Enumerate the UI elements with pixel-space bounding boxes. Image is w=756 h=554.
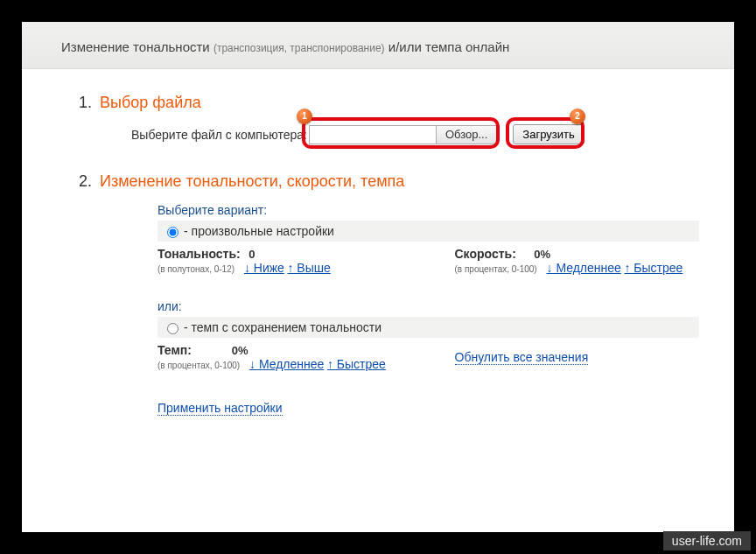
- option-tempo-row[interactable]: - темп с сохранением тональности: [158, 317, 699, 338]
- speed-label: Скорость:: [455, 247, 516, 261]
- callout-badge-2: 2: [570, 109, 585, 124]
- option-tempo-label: - темп с сохранением тональности: [184, 320, 382, 334]
- apply-link[interactable]: Применить настройки: [158, 401, 283, 416]
- radio-tempo[interactable]: [167, 323, 178, 334]
- content: 1. Выбор файла Выберите файл с компьютер…: [44, 69, 734, 432]
- option-custom-row[interactable]: - произвольные настройки: [158, 221, 699, 242]
- pitch-higher-link[interactable]: ↑ Выше: [287, 261, 330, 275]
- reset-link[interactable]: Обнулить все значения: [455, 350, 589, 365]
- section-2-heading: Изменение тональности, скорости, темпа: [100, 172, 404, 190]
- section-2-number: 2.: [79, 172, 92, 190]
- file-chooser-row: Выберите файл с компьютера: Обзор... Заг…: [131, 124, 699, 144]
- pitch-value: 0: [248, 248, 255, 261]
- section-1-number: 1.: [79, 94, 92, 111]
- section-1-heading: Выбор файла: [100, 94, 201, 111]
- radio-custom[interactable]: [167, 227, 178, 238]
- section-2-title: 2. Изменение тональности, скорости, темп…: [79, 172, 699, 191]
- file-input[interactable]: Обзор...: [309, 125, 497, 144]
- pitch-lower-link[interactable]: ↓ Ниже: [244, 261, 284, 275]
- speed-block: Скорость: 0% (в процентах, 0-100) ↓ Медл…: [455, 247, 700, 275]
- header-title-part2: и/или темпа онлайн: [388, 39, 510, 54]
- or-label: или:: [158, 299, 699, 313]
- callout-badge-1: 1: [297, 109, 312, 124]
- tempo-params-row: Темп: 0% (в процентах, 0-100) ↓ Медленне…: [158, 343, 699, 371]
- tempo-value: 0%: [232, 344, 248, 357]
- file-chooser-group: Обзор... Загрузить 1 2: [309, 124, 584, 144]
- section-1-title: 1. Выбор файла: [79, 94, 699, 112]
- header-title-paren: (транспозиция, транспонирование): [214, 42, 385, 54]
- speed-faster-link[interactable]: ↑ Быстрее: [624, 261, 682, 275]
- option-custom-label: - произвольные настройки: [184, 224, 334, 238]
- pitch-label: Тональность:: [158, 247, 241, 261]
- apply-row: Применить настройки: [158, 401, 699, 415]
- variant-label: Выберите вариант:: [158, 203, 699, 217]
- header-title-part1: Изменение тональности: [61, 39, 210, 54]
- reset-block: Обнулить все значения: [455, 350, 700, 364]
- tempo-block: Темп: 0% (в процентах, 0-100) ↓ Медленне…: [158, 343, 402, 371]
- page: Изменение тональности (транспозиция, тра…: [22, 22, 734, 532]
- file-chooser-label: Выберите файл с компьютера:: [131, 128, 307, 142]
- tempo-faster-link[interactable]: ↑ Быстрее: [327, 357, 386, 371]
- pitch-block: Тональность: 0 (в полутонах, 0-12) ↓ Ниж…: [158, 247, 402, 275]
- speed-value: 0%: [534, 248, 550, 261]
- pitch-note: (в полутонах, 0-12): [158, 264, 234, 274]
- settings-block: Выберите вариант: - произвольные настрой…: [158, 203, 699, 371]
- speed-note: (в процентах, 0-100): [455, 264, 537, 274]
- speed-slower-link[interactable]: ↓ Медленнее: [547, 261, 621, 275]
- upload-button[interactable]: Загрузить: [513, 124, 584, 144]
- page-header: Изменение тональности (транспозиция, тра…: [22, 22, 734, 69]
- tempo-slower-link[interactable]: ↓ Медленнее: [249, 357, 324, 371]
- tempo-note: (в процентах, 0-100): [158, 361, 240, 370]
- watermark: user-life.com: [663, 531, 751, 550]
- custom-params-row: Тональность: 0 (в полутонах, 0-12) ↓ Ниж…: [158, 247, 699, 275]
- browse-button[interactable]: Обзор...: [436, 126, 496, 144]
- tempo-label: Темп:: [158, 343, 192, 357]
- file-path-field[interactable]: [310, 126, 436, 144]
